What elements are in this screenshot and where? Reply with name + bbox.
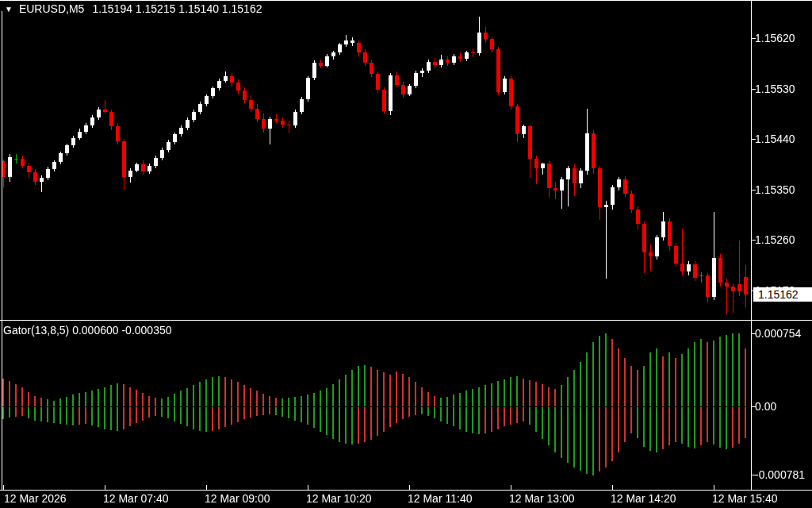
time-axis-label: 12 Mar 07:40	[103, 492, 169, 505]
ohlc-values: 1.15194 1.15215 1.15140 1.15162	[92, 2, 262, 15]
current-price-badge: 1.15162	[753, 287, 812, 302]
gator-axis-label: 0.00	[755, 400, 776, 413]
time-axis-label: 12 Mar 13:00	[509, 492, 575, 505]
time-axis-label: 12 Mar 15:40	[712, 492, 778, 505]
price-axis-label: 1.15440	[755, 133, 795, 145]
indicator-label: Gator(13,8,5) 0.000600 -0.000350	[3, 324, 172, 337]
price-axis-label: 1.15260	[755, 233, 795, 246]
price-axis-label: 1.15620	[755, 32, 795, 44]
time-axis-label: 12 Mar 09:00	[205, 492, 270, 505]
gator-axis-label: 0.000754	[755, 327, 801, 340]
price-axis-label: 1.15350	[755, 183, 795, 196]
chart-canvas[interactable]	[0, 0, 812, 508]
indicator-name: Gator(13,8,5)	[3, 324, 69, 337]
mt4-chart-window: ▼ EURUSD,M5 1.15194 1.15215 1.15140 1.15…	[0, 0, 812, 508]
indicator-values: 0.000600 -0.000350	[72, 324, 171, 337]
time-axis-label: 12 Mar 14:20	[611, 492, 676, 505]
time-axis-label: 12 Mar 10:20	[306, 492, 372, 505]
gator-axis-label: -0.000781	[755, 468, 805, 481]
price-axis-label: 1.15530	[755, 83, 795, 95]
time-axis-label: 12 Mar 11:40	[408, 492, 472, 505]
symbol-dropdown-icon[interactable]: ▼	[5, 5, 13, 13]
time-axis-label: 12 Mar 2026	[4, 492, 67, 505]
chart-header: ▼ EURUSD,M5 1.15194 1.15215 1.15140 1.15…	[5, 2, 262, 15]
symbol-label: EURUSD,M5	[19, 2, 84, 15]
